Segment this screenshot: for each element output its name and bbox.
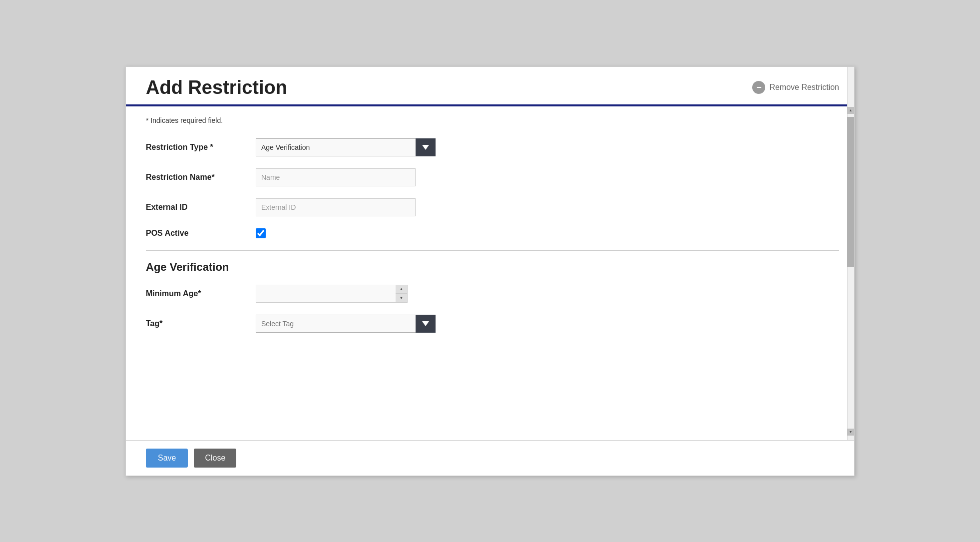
modal-body: * Indicates required field. Restriction …: [126, 106, 854, 355]
restriction-name-label: Restriction Name*: [146, 173, 256, 182]
restriction-name-row: Restriction Name*: [146, 168, 839, 186]
section-divider: [146, 250, 839, 251]
scrollbar-track: ▲ ▼: [847, 67, 854, 476]
tag-dropdown-btn[interactable]: [416, 315, 436, 333]
remove-restriction-button[interactable]: − Remove Restriction: [752, 81, 839, 94]
minimum-age-label: Minimum Age*: [146, 289, 256, 298]
required-note: * Indicates required field.: [146, 116, 839, 124]
scrollbar-thumb[interactable]: [847, 117, 854, 267]
spinner-up-button[interactable]: ▲: [396, 285, 407, 294]
restriction-type-select-wrapper: [256, 138, 436, 156]
chevron-down-icon: [422, 145, 429, 150]
tag-select-wrapper: [256, 315, 436, 333]
tag-label: Tag*: [146, 319, 256, 328]
restriction-type-input[interactable]: [256, 138, 416, 156]
remove-icon: −: [752, 81, 765, 94]
svg-marker-1: [422, 321, 429, 326]
close-button[interactable]: Close: [194, 449, 236, 468]
restriction-type-dropdown-btn[interactable]: [416, 138, 436, 156]
minimum-age-input[interactable]: [256, 285, 396, 303]
restriction-type-label: Restriction Type *: [146, 143, 256, 152]
tag-row: Tag*: [146, 315, 839, 333]
age-verification-section-title: Age Verification: [146, 261, 839, 274]
modal-footer: Save Close: [126, 440, 854, 476]
page-title: Add Restriction: [146, 77, 287, 98]
save-button[interactable]: Save: [146, 449, 188, 468]
restriction-type-row: Restriction Type *: [146, 138, 839, 156]
minimum-age-row: Minimum Age* ▲ ▼: [146, 285, 839, 303]
pos-active-label: POS Active: [146, 229, 256, 238]
pos-active-row: POS Active: [146, 228, 839, 238]
tag-chevron-down-icon: [422, 321, 429, 326]
restriction-name-input[interactable]: [256, 168, 416, 186]
scrollbar-arrow-up[interactable]: ▲: [847, 107, 854, 114]
modal-container: Add Restriction − Remove Restriction ▲ ▼…: [125, 66, 855, 476]
minimum-age-spinner-wrapper: ▲ ▼: [256, 285, 408, 303]
scrollbar-arrow-down[interactable]: ▼: [847, 429, 854, 436]
spinner-down-button[interactable]: ▼: [396, 294, 407, 302]
modal-header: Add Restriction − Remove Restriction: [126, 67, 854, 98]
svg-marker-0: [422, 145, 429, 150]
pos-active-checkbox[interactable]: [256, 228, 266, 238]
tag-input[interactable]: [256, 315, 416, 333]
spinner-buttons: ▲ ▼: [396, 285, 408, 303]
external-id-row: External ID: [146, 198, 839, 216]
remove-restriction-label: Remove Restriction: [769, 83, 839, 92]
external-id-label: External ID: [146, 203, 256, 212]
external-id-input[interactable]: [256, 198, 416, 216]
